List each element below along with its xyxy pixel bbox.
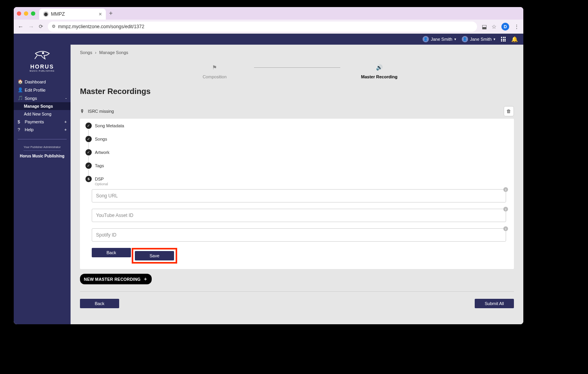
svg-point-0 [42,52,44,54]
check-icon [85,163,92,169]
person-icon: 👤 [18,87,22,92]
step-composition[interactable]: ⚑ Composition [176,63,254,79]
collapse-icon: - [65,96,67,100]
nav-label: Dashboard [25,79,46,84]
avatar-icon: 👤 [462,36,468,42]
sidebar-item-add-new-song[interactable]: Add New Song [14,110,71,118]
new-tab-button[interactable]: + [109,10,113,17]
user-menu-2[interactable]: 👤 Jane Smith ▾ [462,36,495,42]
submit-all-button[interactable]: Submit All [475,299,514,308]
logo: HORUS MUSIC PUBLISHING [14,45,71,78]
favicon-icon: ⬤ [43,11,49,17]
check-icon [85,149,92,155]
home-icon: 🏠 [18,79,22,84]
vstep-tags[interactable]: Tags [85,163,514,169]
window-close-icon[interactable] [17,11,21,16]
step-label: Master Recording [361,74,397,79]
breadcrumb-manage-songs[interactable]: Manage Songs [99,50,128,55]
wizard-stepper: ⚑ Composition 🔊 Master Recording [71,63,523,79]
step-master-recording[interactable]: 🔊 Master Recording [340,63,419,79]
question-icon: ? [18,127,22,132]
admin-info: Your Publisher Administrator Horus Music… [18,139,67,158]
music-icon: 🎵 [18,96,22,101]
window-minimize-icon[interactable] [24,11,28,16]
info-icon[interactable]: i [503,187,508,192]
browser-tab-bar: ⬤ MMPZ × + [14,7,523,20]
vstep-song-metadata[interactable]: Song Metadata [85,123,514,129]
url-field[interactable]: ⚙ mmpz.myclientzone.com/songs/edit/1372 [48,22,477,32]
back-arrow-icon[interactable]: ← [18,23,24,30]
record-title: ISRC missing [88,109,504,114]
url-text: mmpz.myclientzone.com/songs/edit/1372 [58,24,144,29]
tab-title: MMPZ [51,11,65,17]
expand-icon: + [64,128,67,132]
spotify-id-input[interactable] [92,228,506,242]
chevron-down-icon: ▾ [494,37,495,41]
admin-name: Horus Music Publishing [18,154,67,158]
youtube-asset-id-input[interactable] [92,209,506,222]
user-name: Jane Smith [431,37,452,42]
main-content: Songs › Manage Songs ⚑ Composition 🔊 Mas… [71,45,523,324]
speaker-icon: 🔊 [376,63,383,71]
sidebar-item-songs[interactable]: 🎵Songs- [14,94,71,102]
record-card: Song Metadata Songs Artwork [80,119,514,269]
bookmark-star-icon[interactable]: ☆ [492,23,497,30]
chevron-down-icon: ▾ [454,37,456,41]
tab-close-icon[interactable]: × [99,11,102,17]
new-master-label: NEW MASTER RECORDING [84,277,141,282]
vstep-label: Song Metadata [95,123,124,129]
delete-button[interactable]: 🗑 [504,106,514,116]
admin-label: Your Publisher Administrator [24,145,60,151]
breadcrumb-separator: › [95,50,96,55]
nav-label: Edit Profile [25,88,45,92]
user-name: Jane Smith [470,37,492,42]
new-master-recording-button[interactable]: NEW MASTER RECORDING ＋ [80,274,152,284]
install-app-icon[interactable]: ⬓ [482,23,487,30]
sidebar-item-payments[interactable]: $Payments+ [14,118,71,126]
dollar-icon: $ [18,119,22,124]
app-top-bar: 👤 Jane Smith ▾ 👤 Jane Smith ▾ 🔔 [14,34,523,45]
sidebar-item-edit-profile[interactable]: 👤Edit Profile [14,86,71,94]
save-button[interactable]: Save [135,251,174,260]
url-bar: ← → ⟳ ⚙ mmpz.myclientzone.com/songs/edit… [14,20,523,34]
vertical-stepper: Song Metadata Songs Artwork [80,123,514,186]
expand-icon: + [64,120,67,124]
page-title: Master Recordings [80,87,514,96]
sidebar-item-dashboard[interactable]: 🏠Dashboard [14,78,71,86]
window-maximize-icon[interactable] [31,11,35,16]
sidebar-item-manage-songs[interactable]: Manage Songs [14,102,71,110]
step-label: Composition [203,74,227,79]
step-number-badge: 5 [85,176,92,182]
browser-menu-icon[interactable]: ⋮ [514,23,519,30]
record-header: 🎙 ISRC missing 🗑 [80,104,514,119]
bottom-back-button[interactable]: Back [80,299,119,308]
info-icon[interactable]: i [503,207,508,211]
browser-tab[interactable]: ⬤ MMPZ × [39,9,106,20]
vstep-label: Tags [95,163,104,169]
site-info-icon[interactable]: ⚙ [52,24,56,29]
vstep-songs[interactable]: Songs [85,136,514,142]
info-icon[interactable]: i [503,226,508,231]
logo-subtitle: MUSIC PUBLISHING [14,70,71,72]
nav-label: Payments [25,119,44,124]
breadcrumb-songs[interactable]: Songs [80,50,92,55]
apps-grid-icon[interactable] [501,37,506,42]
check-icon [85,136,92,142]
profile-badge[interactable]: D [501,23,509,31]
nav-label: Help [25,127,34,132]
check-icon [85,123,92,129]
breadcrumb: Songs › Manage Songs [71,45,523,60]
vstep-dsp[interactable]: 5 DSP Optional [85,176,514,186]
avatar-icon: 👤 [423,36,429,42]
vstep-artwork[interactable]: Artwork [85,149,514,155]
vstep-label: Songs [95,136,107,142]
user-menu-1[interactable]: 👤 Jane Smith ▾ [423,36,456,42]
sidebar-item-help[interactable]: ?Help+ [14,126,71,134]
plus-icon: ＋ [143,276,148,282]
horus-logo-icon [34,49,51,60]
song-url-input[interactable] [92,189,506,202]
trash-icon: 🗑 [506,108,511,114]
notifications-bell-icon[interactable]: 🔔 [511,36,518,42]
back-button[interactable]: Back [92,248,131,257]
reload-icon[interactable]: ⟳ [39,23,43,29]
